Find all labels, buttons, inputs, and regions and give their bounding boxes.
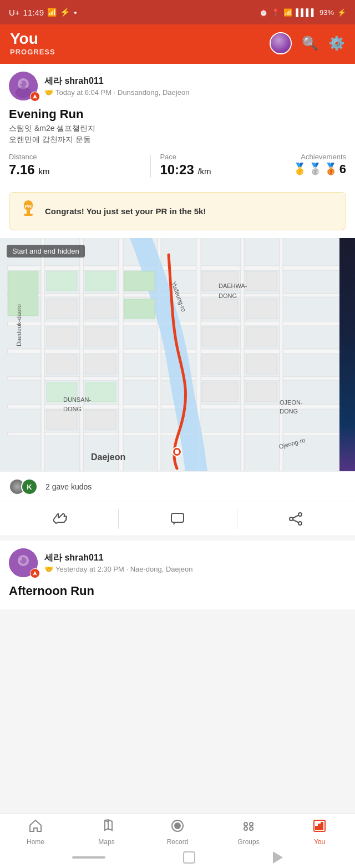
distance-stat: Distance 7.16 km bbox=[9, 153, 141, 178]
svg-rect-46 bbox=[246, 382, 277, 402]
search-icon[interactable]: 🔍 bbox=[302, 36, 318, 51]
svg-text:OJEON-: OJEON- bbox=[280, 399, 303, 406]
distance-label: Distance bbox=[9, 153, 141, 161]
achievements-label: Achievements bbox=[293, 153, 346, 161]
kudos-button[interactable] bbox=[0, 502, 118, 536]
svg-point-63 bbox=[298, 513, 302, 516]
svg-line-66 bbox=[293, 516, 298, 518]
svg-rect-11 bbox=[8, 266, 347, 270]
svg-point-70 bbox=[20, 557, 27, 564]
avatar[interactable] bbox=[270, 32, 292, 54]
svg-point-4 bbox=[16, 87, 31, 98]
bolt-icon: ⚡ bbox=[60, 7, 70, 17]
svg-rect-35 bbox=[47, 410, 77, 430]
activity-username[interactable]: 세라 shrah011 bbox=[44, 75, 346, 87]
svg-rect-28 bbox=[85, 299, 116, 319]
svg-rect-25 bbox=[47, 271, 77, 291]
svg-rect-32 bbox=[85, 355, 116, 374]
svg-rect-23 bbox=[241, 238, 244, 471]
stats-row: Distance 7.16 km Pace 10:23 /km Achievem… bbox=[9, 153, 346, 178]
svg-rect-41 bbox=[202, 327, 238, 346]
svg-rect-62 bbox=[171, 513, 184, 522]
medals-row: 🥇 🥈 🥉 6 bbox=[293, 162, 346, 176]
kudos-text: 2 gave kudos bbox=[45, 482, 92, 491]
battery-label: 93% bbox=[320, 8, 334, 17]
activity-tag-1: 스팀잇 &m2e 셀프챌린지 bbox=[9, 124, 346, 134]
kudos-avatars: K bbox=[9, 478, 33, 495]
activity-time-text-2: Yesterday at 2:30 PM · Nae-dong, Daejeon bbox=[55, 565, 192, 573]
user-avatar-wrap-2 bbox=[9, 548, 38, 577]
settings-icon[interactable]: ⚙️ bbox=[328, 36, 345, 51]
svg-point-61 bbox=[175, 450, 179, 454]
svg-rect-49 bbox=[124, 299, 155, 319]
share-button[interactable] bbox=[237, 502, 355, 536]
activity-card-2: 세라 shrah011 🤝 Yesterday at 2:30 PM · Nae… bbox=[0, 541, 355, 609]
status-bar: U+ 11:49 📶 ⚡ • ⏰ 📍 📶 ▌▌▌▌ 93% ⚡ bbox=[0, 0, 355, 24]
activity-title-1: Evening Run bbox=[9, 107, 346, 122]
svg-text:DONG: DONG bbox=[280, 408, 298, 415]
svg-rect-42 bbox=[202, 355, 238, 374]
svg-rect-9 bbox=[24, 214, 33, 216]
map-side-photo bbox=[339, 238, 355, 471]
activity-body-1: Evening Run 스팀잇 &m2e 셀프챌린지 오랜만에 갑천까지 운동 … bbox=[0, 105, 355, 192]
activity-time-2: 🤝 Yesterday at 2:30 PM · Nae-dong, Daeje… bbox=[44, 565, 346, 573]
strava-badge-2 bbox=[30, 568, 40, 578]
svg-text:DUNSAN-: DUNSAN- bbox=[63, 396, 91, 403]
svg-point-65 bbox=[298, 522, 302, 525]
silver-medal-icon: 🥈 bbox=[308, 162, 322, 176]
page-subtitle: PROGRESS bbox=[10, 48, 55, 56]
bronze-medal-icon: 🥉 bbox=[324, 162, 338, 176]
location-icon: 📍 bbox=[271, 8, 280, 17]
svg-point-71 bbox=[20, 558, 22, 561]
alarm-icon: ⏰ bbox=[259, 8, 268, 17]
route-map[interactable]: DAEHWA- DONG DUNSAN- DONG OJEON- DONG Da… bbox=[0, 238, 355, 471]
activity-username-2[interactable]: 세라 shrah011 bbox=[44, 552, 346, 564]
signal-icon: ▌▌▌▌ bbox=[296, 8, 316, 17]
battery-charging-icon: ⚡ bbox=[337, 8, 346, 17]
activity-time: 🤝 Today at 6:04 PM · Dunsandong, Daejeon bbox=[44, 88, 346, 97]
svg-rect-36 bbox=[85, 410, 116, 430]
svg-rect-20 bbox=[119, 238, 123, 471]
gold-medal-icon: 🥇 bbox=[293, 162, 307, 176]
svg-rect-8 bbox=[27, 210, 30, 214]
svg-rect-30 bbox=[85, 327, 116, 346]
stat-divider-1 bbox=[150, 155, 151, 178]
pace-unit: /km bbox=[197, 166, 211, 176]
activity-meta: 세라 shrah011 🤝 Today at 6:04 PM · Dunsand… bbox=[44, 75, 346, 97]
svg-rect-18 bbox=[41, 238, 44, 471]
run-icon: 🤝 bbox=[44, 88, 53, 97]
svg-rect-29 bbox=[47, 327, 77, 346]
comment-button[interactable] bbox=[118, 502, 236, 536]
map-hidden-label: Start and end hidden bbox=[7, 245, 85, 258]
network-icon: 📶 bbox=[47, 8, 57, 17]
svg-text:DONG: DONG bbox=[219, 292, 237, 299]
activity-body-2: Afternoon Run bbox=[0, 582, 355, 607]
time-label: 11:49 bbox=[23, 8, 44, 17]
svg-rect-47 bbox=[8, 271, 38, 316]
dot-icon: • bbox=[74, 8, 77, 17]
svg-rect-24 bbox=[280, 238, 283, 471]
distance-unit: km bbox=[38, 166, 49, 176]
header-title-block: You PROGRESS bbox=[10, 30, 55, 56]
pace-label: Pace bbox=[160, 153, 292, 161]
svg-rect-39 bbox=[246, 271, 277, 291]
achievements-count: 6 bbox=[339, 162, 346, 176]
achievements-stat: Achievements 🥇 🥈 🥉 6 bbox=[293, 153, 346, 176]
svg-point-2 bbox=[20, 80, 27, 87]
svg-rect-40 bbox=[246, 299, 277, 319]
svg-text:Daedeok-daero: Daedeok-daero bbox=[16, 304, 22, 346]
pr-banner: PR Congrats! You just set your PR in the… bbox=[9, 192, 346, 230]
svg-line-67 bbox=[293, 520, 298, 523]
page-title: You bbox=[10, 30, 55, 48]
activity-header-2: 세라 shrah011 🤝 Yesterday at 2:30 PM · Nae… bbox=[0, 541, 355, 582]
kudos-row: K 2 gave kudos bbox=[0, 471, 355, 502]
action-bar bbox=[0, 502, 355, 536]
header: You PROGRESS 🔍 ⚙️ bbox=[0, 24, 355, 64]
svg-rect-45 bbox=[246, 355, 277, 374]
pr-trophy-icon: PR bbox=[18, 199, 38, 223]
activity-desc-1: 오랜만에 갑천까지 운동 bbox=[9, 135, 346, 145]
svg-marker-72 bbox=[33, 571, 37, 576]
run-icon-2: 🤝 bbox=[44, 565, 53, 573]
carrier-label: U+ bbox=[9, 8, 20, 17]
svg-text:Daejeon: Daejeon bbox=[91, 452, 125, 462]
